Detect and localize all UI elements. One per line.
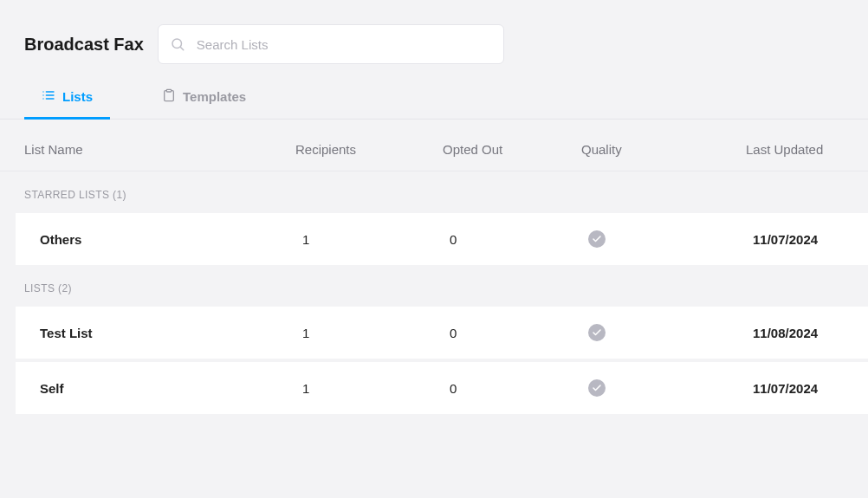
search-icon: [170, 36, 185, 52]
table-row[interactable]: Test List 1 0 11/08/2024: [16, 307, 868, 359]
col-recipients: Recipients: [295, 142, 443, 157]
svg-line-1: [180, 47, 183, 49]
table-row[interactable]: Others 1 0 11/07/2024: [16, 213, 868, 265]
col-quality: Quality: [581, 142, 746, 157]
table-row[interactable]: Self 1 0 11/07/2024: [16, 362, 868, 414]
checkmark-icon: [588, 379, 606, 397]
tab-templates[interactable]: Templates: [145, 88, 263, 120]
column-headers: List Name Recipients Opted Out Quality L…: [0, 120, 868, 171]
checkmark-icon: [588, 324, 606, 341]
cell-list-name: Self: [40, 381, 302, 396]
section-lists-label: LISTS (2): [0, 265, 868, 303]
svg-point-0: [172, 39, 182, 49]
search-input[interactable]: [158, 24, 504, 64]
col-last-updated: Last Updated: [746, 142, 844, 157]
templates-icon: [162, 88, 176, 105]
list-icon: [42, 88, 55, 105]
cell-last-updated: 11/08/2024: [753, 326, 844, 340]
section-starred-label: STARRED LISTS (1): [0, 171, 868, 210]
cell-quality: [588, 324, 753, 341]
page-title: Broadcast Fax: [24, 35, 144, 55]
cell-opted-out: 0: [450, 232, 588, 247]
tab-lists[interactable]: Lists: [24, 88, 110, 120]
col-opted-out: Opted Out: [443, 142, 581, 157]
cell-recipients: 1: [302, 232, 450, 247]
checkmark-icon: [588, 230, 606, 248]
cell-opted-out: 0: [450, 326, 588, 340]
cell-opted-out: 0: [450, 381, 588, 396]
cell-recipients: 1: [302, 326, 450, 340]
cell-list-name: Others: [40, 232, 302, 247]
col-list-name: List Name: [24, 142, 295, 157]
svg-rect-8: [166, 89, 171, 92]
cell-quality: [588, 230, 753, 248]
tab-templates-label: Templates: [183, 89, 246, 104]
cell-quality: [588, 379, 753, 397]
cell-list-name: Test List: [40, 326, 302, 340]
cell-recipients: 1: [302, 381, 450, 396]
cell-last-updated: 11/07/2024: [753, 232, 844, 247]
tab-lists-label: Lists: [62, 89, 93, 104]
cell-last-updated: 11/07/2024: [753, 381, 844, 396]
